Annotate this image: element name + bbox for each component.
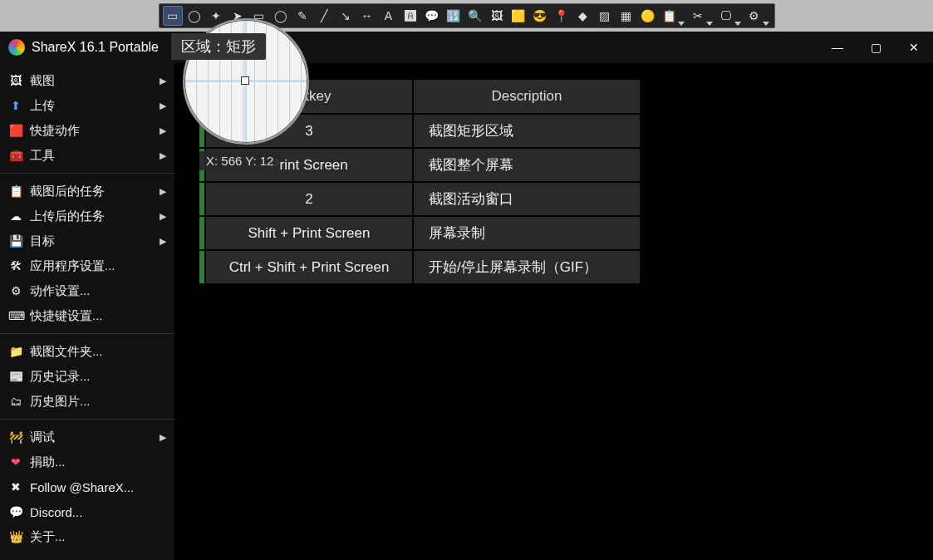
pen-icon[interactable]: ✎ — [292, 6, 312, 26]
crop-dd-icon[interactable]: 📋 — [660, 6, 680, 26]
menu-upload[interactable]: ⬆上传▶ — [0, 93, 174, 118]
menu-image-history-icon: 🗂 — [8, 395, 23, 408]
menu-after-capture-label: 截图后的任务 — [30, 184, 105, 199]
magnifier-center-marker — [241, 76, 249, 85]
chevron-down-icon — [706, 22, 713, 26]
chevron-down-icon — [763, 22, 769, 26]
speech-icon[interactable]: 💬 — [422, 6, 442, 26]
menu-app-settings-icon: 🛠 — [8, 259, 23, 273]
menu-task-settings-label: 动作设置... — [30, 283, 91, 299]
menu-follow-icon: ✖ — [8, 480, 23, 494]
chevron-right-icon: ▶ — [160, 101, 166, 111]
hotkey-status-stripe — [199, 251, 206, 283]
menu-history-icon: 📰 — [8, 370, 23, 383]
minimize-button[interactable]: — — [818, 32, 857, 63]
menu-about-label: 关于... — [30, 529, 66, 545]
region-mode-tooltip: 区域：矩形 — [171, 33, 266, 60]
text-box-icon[interactable]: 🅰 — [400, 6, 420, 26]
hotkey-header-description: Description — [414, 80, 640, 113]
menu-tools[interactable]: 🧰工具▶ — [0, 143, 174, 168]
hotkey-row[interactable]: Ctrl + Shift + Print Screen开始/停止屏幕录制（GIF… — [199, 251, 640, 285]
menu-donate-icon: ❤ — [8, 455, 23, 469]
menu-task-settings-icon: ⚙ — [8, 284, 23, 297]
window-titlebar: ShareX 16.1 Portable — ▢ ✕ — [0, 32, 933, 63]
menu-debug-label: 调试 — [30, 430, 55, 445]
menu-after-upload-label: 上传后的任务 — [30, 209, 105, 224]
hotkey-description: 截图矩形区域 — [414, 115, 640, 147]
menu-capture[interactable]: 🖼截图▶ — [0, 68, 174, 93]
menu-after-upload[interactable]: ☁上传后的任务▶ — [0, 204, 174, 228]
menu-upload-icon: ⬆ — [8, 99, 23, 112]
eraser-icon[interactable]: ◆ — [573, 6, 593, 26]
menu-destinations[interactable]: 💾目标▶ — [0, 228, 174, 253]
hotkey-description: 截图活动窗口 — [414, 183, 640, 215]
double-arrow-icon[interactable]: ↔ — [357, 6, 377, 26]
pixelate-icon[interactable]: ▦ — [616, 6, 636, 26]
magnify-icon[interactable]: 🔍 — [465, 6, 485, 26]
pin-icon[interactable]: 📍 — [552, 6, 572, 26]
line-icon[interactable]: ╱ — [314, 6, 334, 26]
shape-ellipse-icon[interactable]: ◯ — [271, 6, 291, 26]
menu-workflows-label: 快捷动作 — [30, 123, 80, 139]
maximize-button[interactable]: ▢ — [857, 32, 895, 63]
hotkey-key: Shift + Print Screen — [206, 217, 414, 249]
menu-about[interactable]: 👑关于... — [0, 524, 174, 549]
menu-tools-label: 工具 — [30, 148, 55, 164]
text-a-icon[interactable]: A — [379, 6, 399, 26]
sticker-icon[interactable]: 🟨 — [508, 6, 528, 26]
menu-discord-label: Discord... — [30, 505, 82, 519]
step-icon[interactable]: 🔢 — [444, 6, 464, 26]
hotkey-row[interactable]: 2截图活动窗口 — [199, 183, 640, 217]
menu-history-label: 历史记录... — [30, 369, 91, 385]
arrow-icon[interactable]: ↘ — [336, 6, 356, 26]
chevron-right-icon: ▶ — [160, 150, 166, 161]
sidebar-menu: 🖼截图▶⬆上传▶🟥快捷动作▶🧰工具▶📋截图后的任务▶☁上传后的任务▶💾目标▶🛠应… — [0, 63, 174, 560]
menu-app-settings-label: 应用程序设置... — [30, 258, 115, 274]
menu-hotkey-settings[interactable]: ⌨快捷键设置... — [0, 303, 174, 328]
blur-icon[interactable]: ▨ — [595, 6, 615, 26]
menu-image-history[interactable]: 🗂历史图片... — [0, 389, 174, 414]
menu-history[interactable]: 📰历史记录... — [0, 364, 174, 389]
menu-separator — [0, 173, 174, 174]
menu-capture-icon: 🖼 — [8, 74, 23, 87]
hotkey-status-stripe — [199, 183, 206, 215]
tools-dd-icon[interactable]: ✂ — [688, 6, 708, 26]
view-dd-icon[interactable]: 🖵 — [716, 6, 736, 26]
menu-workflows-icon: 🟥 — [8, 124, 23, 137]
hotkey-row[interactable]: Shift + Print Screen屏幕录制 — [199, 217, 640, 251]
hotkey-status-stripe — [199, 217, 206, 249]
menu-after-upload-icon: ☁ — [8, 209, 23, 223]
menu-tools-icon: 🧰 — [8, 149, 23, 162]
annotation-toolbar: ▭◯✦➤▭◯✎╱↘↔A🅰💬🔢🔍🖼🟨😎📍◆▨▦🟡📋✂🖵⚙ — [0, 0, 933, 32]
menu-workflows[interactable]: 🟥快捷动作▶ — [0, 118, 174, 143]
menu-separator — [0, 419, 174, 420]
menu-after-capture[interactable]: 📋截图后的任务▶ — [0, 179, 174, 204]
menu-discord[interactable]: 💬Discord... — [0, 499, 174, 524]
menu-task-settings[interactable]: ⚙动作设置... — [0, 278, 174, 303]
menu-debug[interactable]: 🚧调试▶ — [0, 425, 174, 449]
emoji-icon[interactable]: 😎 — [530, 6, 550, 26]
menu-follow[interactable]: ✖Follow @ShareX... — [0, 474, 174, 499]
chevron-right-icon: ▶ — [160, 432, 166, 443]
menu-image-history-label: 历史图片... — [30, 394, 91, 410]
menu-follow-label: Follow @ShareX... — [30, 480, 134, 494]
menu-hotkey-settings-icon: ⌨ — [8, 309, 23, 322]
sharex-logo-icon — [8, 39, 25, 56]
close-button[interactable]: ✕ — [895, 32, 933, 63]
menu-about-icon: 👑 — [8, 530, 23, 543]
chevron-down-icon — [678, 22, 685, 26]
region-rect-icon[interactable]: ▭ — [163, 6, 183, 26]
menu-app-settings[interactable]: 🛠应用程序设置... — [0, 253, 174, 278]
menu-screenshots-folder[interactable]: 📁截图文件夹... — [0, 339, 174, 364]
chevron-right-icon: ▶ — [160, 125, 166, 136]
menu-separator — [0, 333, 174, 334]
hotkey-key: 2 — [206, 183, 414, 215]
menu-capture-label: 截图 — [30, 73, 55, 89]
settings-dd-icon[interactable]: ⚙ — [744, 6, 764, 26]
menu-after-capture-icon: 📋 — [8, 184, 23, 198]
region-ellipse-icon[interactable]: ◯ — [184, 6, 204, 26]
highlight-icon[interactable]: 🟡 — [638, 6, 658, 26]
menu-donate[interactable]: ❤捐助... — [0, 449, 174, 474]
image-icon[interactable]: 🖼 — [487, 6, 507, 26]
menu-destinations-label: 目标 — [30, 233, 55, 249]
